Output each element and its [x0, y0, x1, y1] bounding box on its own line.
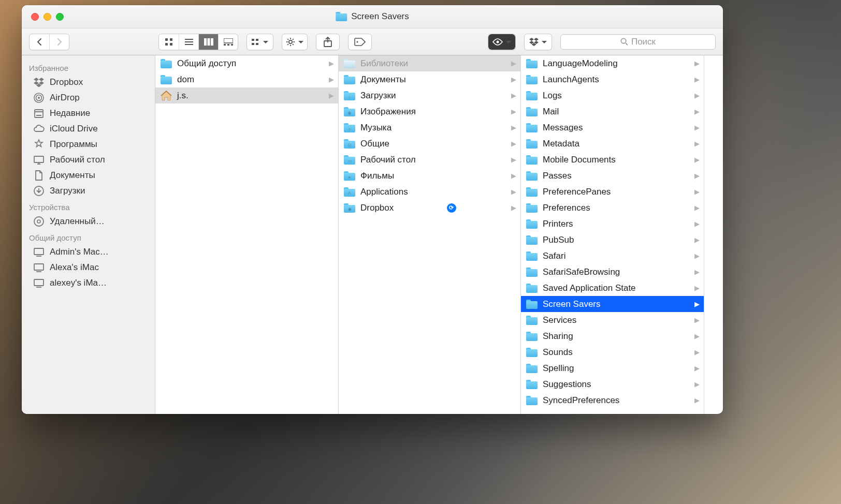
search-field[interactable]: Поиск [560, 34, 716, 50]
sidebar-item-dropbox[interactable]: Dropbox [22, 75, 155, 90]
item-label: Изображения [360, 107, 416, 117]
share-button[interactable] [316, 34, 339, 50]
item-label: Applications [360, 187, 408, 197]
svg-point-22 [38, 97, 40, 99]
sidebar-item-computer[interactable]: Admin's Mac… [22, 244, 155, 260]
sidebar-item-icloud[interactable]: iCloud Drive [22, 121, 155, 137]
folder-icon [336, 12, 347, 21]
column-item[interactable]: Mail▶ [521, 103, 704, 120]
sidebar-item-documents[interactable]: Документы [22, 168, 155, 183]
svg-rect-24 [36, 115, 41, 116]
sidebar-item-apps[interactable]: Программы [22, 137, 155, 152]
svg-rect-2 [165, 43, 168, 46]
column-item[interactable]: Printers▶ [521, 216, 704, 232]
column-item[interactable]: ↓Загрузки▶ [339, 87, 520, 103]
svg-rect-14 [256, 43, 258, 45]
computer-icon [33, 277, 45, 289]
column-item[interactable]: Общий доступ▶ [155, 55, 338, 71]
folder-icon [526, 75, 538, 84]
minimize-button[interactable] [44, 13, 51, 21]
arrange-button[interactable] [247, 34, 273, 50]
column-item[interactable]: Spelling▶ [521, 360, 704, 376]
chevron-right-icon: ▶ [694, 316, 700, 324]
item-label: Музыка [360, 123, 392, 133]
column-item[interactable]: ▭Рабочий стол▶ [339, 152, 520, 168]
sidebar[interactable]: ИзбранноеDropboxAirDropНедавниеiCloud Dr… [22, 55, 155, 414]
column-item[interactable]: SyncedPreferences▶ [521, 392, 704, 408]
sidebar-item-airdrop[interactable]: AirDrop [22, 90, 155, 106]
sidebar-item-desktop[interactable]: Рабочий стол [22, 152, 155, 168]
sidebar-item-disc[interactable]: Удаленный… [22, 214, 155, 229]
column-item[interactable]: ⊙Общие▶ [339, 136, 520, 152]
sidebar-item-recents[interactable]: Недавние [22, 106, 155, 121]
svg-point-27 [34, 217, 44, 226]
sidebar-item-label: Dropbox [50, 77, 83, 87]
item-label: Sounds [543, 347, 573, 358]
column-item[interactable]: Preferences▶ [521, 200, 704, 216]
column-item[interactable]: Services▶ [521, 312, 704, 328]
sidebar-item-downloads[interactable]: Загрузки [22, 183, 155, 199]
column-item[interactable]: LaunchAgents▶ [521, 71, 704, 87]
sidebar-item-computer[interactable]: Alexa's iMac [22, 260, 155, 275]
column-item[interactable]: Screen Savers▶ [521, 296, 704, 312]
column-item[interactable]: Saved Application State▶ [521, 280, 704, 296]
folder-icon [161, 59, 172, 68]
item-label: j.s. [177, 91, 189, 101]
column-item[interactable]: LanguageModeling▶ [521, 55, 704, 71]
column-item[interactable]: j.s.▶ [155, 87, 338, 103]
column-item[interactable]: Metadata▶ [521, 136, 704, 152]
chevron-right-icon: ▶ [694, 124, 700, 131]
item-label: Preferences [543, 203, 590, 213]
forward-button[interactable] [49, 34, 69, 50]
chevron-right-icon: ▶ [511, 76, 516, 83]
column-item[interactable]: PreferencePanes▶ [521, 184, 704, 200]
item-label: LanguageModeling [543, 58, 618, 69]
action-button[interactable] [282, 34, 307, 50]
column-item[interactable]: Messages▶ [521, 120, 704, 136]
column-3[interactable]: LanguageModeling▶LaunchAgents▶Logs▶Mail▶… [521, 55, 704, 414]
sidebar-item-label: Рабочий стол [50, 155, 105, 165]
item-label: Logs [543, 91, 562, 101]
column-item[interactable]: Passes▶ [521, 168, 704, 184]
column-item[interactable]: AApplications▶ [339, 184, 520, 200]
column-item[interactable]: Sounds▶ [521, 344, 704, 360]
action-group [282, 34, 308, 50]
item-label: Mail [543, 107, 559, 117]
item-label: Messages [543, 123, 583, 133]
column-item[interactable]: SafariSafeBrowsing▶ [521, 264, 704, 280]
svg-rect-9 [227, 44, 229, 46]
column-1[interactable]: Общий доступ▶dom▶j.s.▶ [155, 55, 339, 414]
column-item[interactable]: Sharing▶ [521, 328, 704, 344]
column-item[interactable]: Safari▶ [521, 248, 704, 264]
column-item[interactable]: ◆Dropbox⟳▶ [339, 200, 520, 216]
sidebar-item-label: Недавние [50, 108, 90, 118]
column-item[interactable]: Suggestions▶ [521, 376, 704, 392]
item-label: PreferencePanes [543, 187, 611, 197]
sidebar-item-computer[interactable]: alexey's iMa… [22, 275, 155, 291]
column-item[interactable]: dom▶ [155, 71, 338, 87]
column-item[interactable]: Logs▶ [521, 87, 704, 103]
icon-view-button[interactable] [159, 34, 179, 50]
column-item[interactable]: Документы▶ [339, 71, 520, 87]
preview-button[interactable] [488, 34, 515, 50]
zoom-button[interactable] [56, 13, 64, 21]
desktop-icon [33, 154, 45, 166]
window-title: Screen Savers [336, 11, 409, 22]
tags-group [348, 34, 372, 50]
column-item[interactable]: ◉Изображения▶ [339, 103, 520, 120]
column-item[interactable]: ▸Фильмы▶ [339, 168, 520, 184]
column-item[interactable]: ♪Музыка▶ [339, 120, 520, 136]
item-label: Printers [543, 219, 573, 229]
dropbox-button[interactable] [525, 34, 552, 50]
tags-button[interactable] [349, 34, 371, 50]
column-item[interactable]: Mobile Documents▶ [521, 152, 704, 168]
list-view-button[interactable] [179, 34, 198, 50]
back-button[interactable] [30, 34, 49, 50]
column-2[interactable]: Библиотеки▶Документы▶↓Загрузки▶◉Изображе… [339, 55, 521, 414]
folder-icon [526, 235, 538, 245]
column-item[interactable]: Библиотеки▶ [339, 55, 520, 71]
gallery-view-button[interactable] [218, 34, 238, 50]
column-item[interactable]: PubSub▶ [521, 232, 704, 248]
column-view-button[interactable] [198, 34, 218, 50]
close-button[interactable] [31, 13, 39, 21]
